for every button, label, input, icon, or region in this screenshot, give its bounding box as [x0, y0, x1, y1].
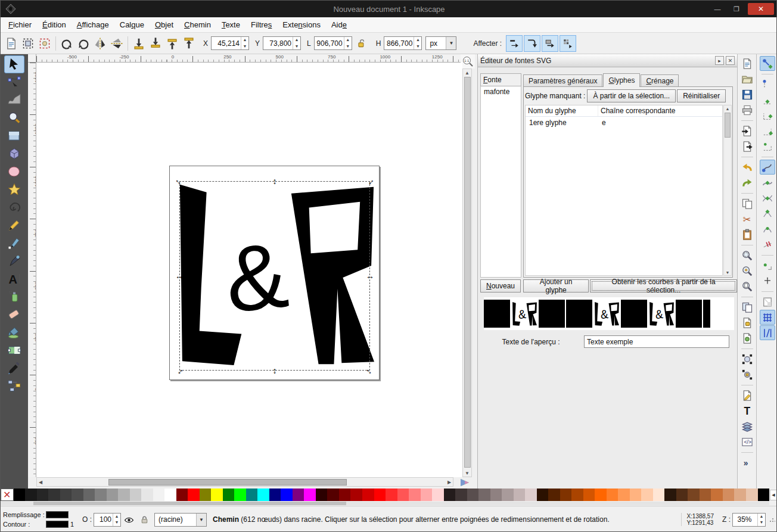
affect-gradient-icon[interactable]: [542, 35, 558, 52]
missing-reset-button[interactable]: Réinitialiser: [677, 89, 726, 102]
scale-handle-n[interactable]: ↕: [270, 176, 279, 186]
layers-dialog-icon[interactable]: [739, 419, 755, 434]
close-button[interactable]: ✕: [748, 3, 774, 15]
glyph-table-scroll-thumb[interactable]: [725, 113, 731, 138]
zoom-page-icon[interactable]: [739, 279, 755, 294]
layer-select[interactable]: (racine)▼: [154, 513, 207, 527]
glyph-string-cell[interactable]: e: [598, 117, 722, 129]
color-swatch[interactable]: [583, 489, 595, 501]
color-swatch[interactable]: [350, 489, 362, 501]
palette-scroll-left-icon[interactable]: ◀: [770, 490, 777, 500]
color-swatch[interactable]: [630, 489, 642, 501]
fill-stroke-dialog-icon[interactable]: [739, 388, 755, 403]
color-swatch[interactable]: [397, 489, 409, 501]
color-swatch[interactable]: [514, 489, 526, 501]
color-swatch[interactable]: [688, 489, 700, 501]
snap-page-border-icon[interactable]: [760, 294, 775, 309]
export-icon[interactable]: [739, 139, 755, 154]
horizontal-scrollbar[interactable]: ◀ ▶: [36, 477, 453, 487]
snap-smooth-nodes-icon[interactable]: [760, 222, 775, 237]
save-icon[interactable]: [739, 87, 755, 102]
width-field[interactable]: 906,700▲▼: [314, 36, 352, 50]
panel-expand-icon[interactable]: ▸: [715, 56, 724, 65]
snap-enable-icon[interactable]: [760, 56, 775, 71]
tab-crenage[interactable]: Crénage: [641, 74, 679, 87]
color-swatch[interactable]: [490, 489, 502, 501]
scroll-right-icon[interactable]: ▶: [446, 478, 453, 486]
menu-calque[interactable]: Calque: [114, 18, 150, 32]
color-swatch[interactable]: [571, 489, 583, 501]
layer-lock-icon[interactable]: [138, 513, 151, 526]
rotate-ccw-icon[interactable]: [58, 35, 75, 52]
raise-icon[interactable]: [164, 35, 181, 52]
menu-aide[interactable]: Aide: [326, 18, 352, 32]
color-swatch[interactable]: [676, 489, 688, 501]
snap-bbox-icon[interactable]: [760, 77, 775, 92]
hscroll-thumb[interactable]: [108, 479, 347, 486]
color-swatch[interactable]: [758, 489, 770, 501]
deselect-icon[interactable]: [36, 35, 53, 52]
color-swatch[interactable]: [537, 489, 549, 501]
menu-extensions[interactable]: Extensions: [277, 18, 326, 32]
color-swatch[interactable]: [444, 489, 456, 501]
snap-bbox-corners-icon[interactable]: [760, 108, 775, 123]
snap-grid-icon[interactable]: [760, 310, 775, 325]
zoom-tool[interactable]: [4, 109, 24, 127]
affect-corners-icon[interactable]: [524, 35, 540, 52]
opacity-field[interactable]: 100▲▼: [94, 513, 121, 527]
vertical-scrollbar[interactable]: ▲ ▼: [462, 69, 472, 477]
color-swatch[interactable]: [711, 489, 723, 501]
rotate-cw-icon[interactable]: [75, 35, 92, 52]
color-swatch[interactable]: [164, 489, 176, 501]
node-tool[interactable]: [4, 73, 24, 91]
select-all-layers-icon[interactable]: [20, 35, 36, 52]
menu-fichier[interactable]: Fichier: [3, 18, 37, 32]
paste-icon[interactable]: [739, 227, 755, 242]
color-swatch[interactable]: [293, 489, 304, 501]
clone-icon[interactable]: [739, 315, 755, 330]
tab-parametresgeneraux[interactable]: Paramètres généraux: [523, 74, 602, 87]
calligraphy-tool[interactable]: [4, 252, 24, 270]
height-field[interactable]: 866,700▲▼: [384, 36, 422, 50]
flip-vertical-icon[interactable]: [108, 35, 125, 52]
snap-nodes-icon[interactable]: [760, 160, 775, 175]
star-tool[interactable]: [4, 181, 24, 198]
color-swatch[interactable]: [455, 489, 467, 501]
select-all-icon[interactable]: [3, 35, 20, 52]
font-list-item[interactable]: mafonte: [481, 86, 521, 97]
resize-grip[interactable]: [769, 517, 775, 522]
overflow-icon[interactable]: »: [739, 455, 755, 470]
ellipse-tool[interactable]: [4, 163, 24, 181]
xml-editor-icon[interactable]: </>: [739, 434, 755, 449]
glyph-table-scrollbar[interactable]: ▲ ▼: [723, 105, 732, 276]
affect-pattern-icon[interactable]: [560, 35, 576, 52]
color-swatch[interactable]: [211, 489, 223, 501]
snap-object-centers-icon[interactable]: [760, 258, 775, 273]
color-swatch[interactable]: [234, 489, 246, 501]
color-swatch[interactable]: [37, 489, 49, 501]
print-icon[interactable]: [739, 102, 755, 117]
color-swatch[interactable]: [618, 489, 630, 501]
scale-handle-s[interactable]: ↕: [270, 366, 279, 375]
scroll-up-icon[interactable]: ▲: [463, 69, 471, 76]
open-icon[interactable]: [739, 71, 755, 86]
maximize-button[interactable]: ❐: [729, 4, 744, 14]
color-swatch[interactable]: [653, 489, 665, 501]
layer-visibility-icon[interactable]: [122, 513, 135, 526]
snap-midpoints-icon[interactable]: [760, 237, 775, 252]
lower-to-bottom-icon[interactable]: [130, 35, 147, 52]
color-swatch[interactable]: [723, 489, 735, 501]
color-swatch[interactable]: [153, 489, 165, 501]
ungroup-icon[interactable]: [739, 367, 755, 382]
new-document-icon[interactable]: [739, 56, 755, 71]
snap-bbox-edge-midpoints-icon[interactable]: [760, 123, 775, 138]
color-swatch[interactable]: [525, 489, 537, 501]
snap-guides-icon[interactable]: [760, 325, 775, 340]
color-swatch[interactable]: [386, 489, 397, 501]
spray-tool[interactable]: [4, 288, 24, 306]
vscroll-thumb[interactable]: [464, 77, 471, 468]
cut-icon[interactable]: ✂: [739, 211, 755, 226]
color-swatch[interactable]: [188, 489, 200, 501]
color-swatch[interactable]: [95, 489, 107, 501]
color-swatch[interactable]: [746, 489, 758, 501]
